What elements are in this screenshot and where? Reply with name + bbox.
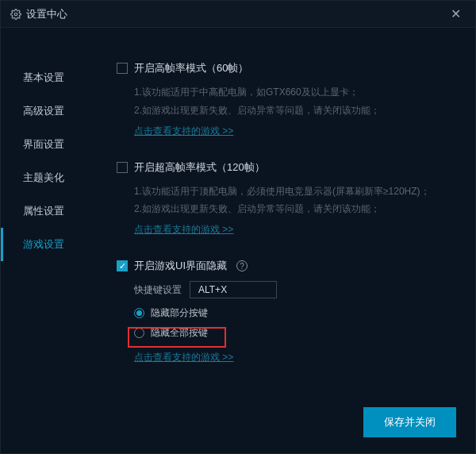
uhfr-checkbox-row[interactable]: 开启超高帧率模式（120帧）	[117, 160, 459, 175]
save-button[interactable]: 保存并关闭	[363, 407, 456, 437]
radio-partial-row[interactable]: 隐藏部分按键	[117, 306, 459, 320]
hotkey-label: 快捷键设置	[134, 283, 182, 297]
radio-all-row[interactable]: 隐藏全部按键	[117, 326, 459, 340]
svg-point-0	[14, 13, 17, 16]
close-button[interactable]: ✕	[446, 3, 466, 25]
sidebar-item-basic[interactable]: 基本设置	[1, 61, 94, 94]
sidebar-item-interface[interactable]: 界面设置	[1, 128, 94, 161]
section-hfr: 开启高帧率模式（60帧） 1.该功能适用于中高配电脑，如GTX660及以上显卡；…	[117, 61, 459, 138]
hfr-link[interactable]: 点击查看支持的游戏 >>	[117, 125, 233, 138]
main: 基本设置 高级设置 界面设置 主题美化 属性设置 游戏设置 开启高帧率模式（60…	[1, 28, 475, 453]
uhfr-label: 开启超高帧率模式（120帧）	[134, 160, 265, 175]
window-title-text: 设置中心	[26, 7, 67, 21]
section-ui-hide: 开启游戏UI界面隐藏 ? 快捷键设置 隐藏部分按键 隐藏全部按键 点击查看支持的…	[117, 259, 459, 364]
sidebar-item-theme[interactable]: 主题美化	[1, 161, 94, 194]
titlebar: 设置中心 ✕	[1, 1, 475, 28]
radio-partial-label: 隐藏部分按键	[151, 306, 208, 320]
ui-hide-link[interactable]: 点击查看支持的游戏 >>	[117, 351, 233, 364]
ui-hide-checkbox-row[interactable]: 开启游戏UI界面隐藏 ?	[117, 259, 459, 273]
sidebar-item-property[interactable]: 属性设置	[1, 194, 94, 228]
radio-partial[interactable]	[134, 308, 144, 318]
hfr-checkbox-row[interactable]: 开启高帧率模式（60帧）	[117, 61, 459, 75]
hfr-desc1: 1.该功能适用于中高配电脑，如GTX660及以上显卡；	[117, 83, 459, 102]
window-title: 设置中心	[10, 7, 67, 21]
help-icon[interactable]: ?	[236, 260, 248, 271]
sidebar-item-game[interactable]: 游戏设置	[1, 228, 94, 261]
uhfr-desc1: 1.该功能适用于顶配电脑，必须使用电竞显示器(屏幕刷新率≥120HZ)；	[117, 183, 459, 201]
uhfr-desc2: 2.如游戏出现更新失败、启动异常等问题，请关闭该功能；	[117, 200, 459, 218]
sidebar: 基本设置 高级设置 界面设置 主题美化 属性设置 游戏设置	[1, 28, 94, 453]
hfr-label: 开启高帧率模式（60帧）	[134, 61, 248, 75]
sidebar-item-advanced[interactable]: 高级设置	[1, 94, 94, 128]
ui-hide-label: 开启游戏UI界面隐藏	[134, 259, 227, 273]
hfr-checkbox[interactable]	[117, 63, 128, 74]
uhfr-link[interactable]: 点击查看支持的游戏 >>	[117, 223, 233, 237]
hotkey-row: 快捷键设置	[117, 281, 459, 298]
hotkey-input[interactable]	[190, 281, 277, 298]
hfr-desc2: 2.如游戏出现更新失败、启动异常等问题，请关闭该功能；	[117, 102, 459, 120]
radio-all-label: 隐藏全部按键	[151, 326, 208, 340]
radio-all[interactable]	[134, 328, 144, 338]
gear-icon	[10, 9, 21, 20]
section-uhfr: 开启超高帧率模式（120帧） 1.该功能适用于顶配电脑，必须使用电竞显示器(屏幕…	[117, 160, 459, 237]
content: 开启高帧率模式（60帧） 1.该功能适用于中高配电脑，如GTX660及以上显卡；…	[94, 28, 475, 453]
ui-hide-checkbox[interactable]	[117, 260, 128, 271]
uhfr-checkbox[interactable]	[117, 162, 128, 173]
